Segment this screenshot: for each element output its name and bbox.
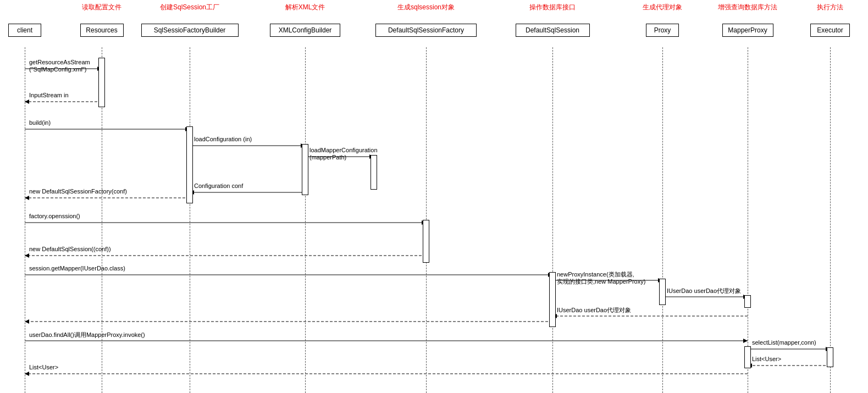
msg-label-12: IUserDao userDao代理对象 (557, 306, 631, 314)
msg-label-16: List<User> (752, 356, 781, 362)
lifeline-sqlSessionFactoryBuilder (190, 47, 190, 393)
actor-top-label-sqlSessionFactoryBuilder: 创建SqlSession工厂 (157, 3, 223, 12)
activation-2 (302, 144, 308, 195)
activation-6 (659, 279, 666, 305)
sequence-diagram: 读取配置文件创建SqlSession工厂解析XML文件生成sqlsession对… (0, 0, 868, 393)
actor-executor: Executor (810, 24, 850, 37)
actor-mapperProxy: MapperProxy (722, 24, 773, 37)
activation-7 (744, 295, 751, 308)
lifeline-proxy (662, 47, 663, 393)
actor-top-label-defaultSqlSessionFactory: 生成sqlsession对象 (393, 3, 459, 12)
msg-label-3: loadConfiguration (in) (194, 136, 252, 142)
lifeline-executor (830, 47, 831, 393)
actor-resources: Resources (80, 24, 124, 37)
actor-sqlSessionFactoryBuilder: SqlSessioFactoryBuilder (141, 24, 239, 37)
lifeline-client (25, 47, 25, 393)
lifeline-defaultSqlSession (552, 47, 553, 393)
activation-1 (186, 126, 193, 203)
activation-0 (98, 58, 105, 107)
lifeline-xmlConfigBuilder (305, 47, 306, 393)
msg-label-7: factory.openssion() (29, 213, 80, 219)
actor-top-label-proxy: 生成代理对象 (629, 3, 695, 12)
msg-label2-4: (mapperPath) (309, 154, 346, 160)
msg-label2-0: ("SqlMapConfig.xml") (29, 66, 86, 73)
msg-label-17: List<User> (29, 364, 58, 370)
msg-label-0: getResourceAsStream (29, 59, 90, 65)
actor-proxy: Proxy (646, 24, 679, 37)
msg-label-11: IUserDao userDao代理对象 (667, 287, 741, 295)
actor-top-label-xmlConfigBuilder: 解析XML文件 (272, 3, 338, 12)
actor-top-label-executor: 执行方法 (797, 3, 863, 12)
msg-label2-10: 实现的接口类,new MapperProxy) (557, 278, 645, 286)
activation-8 (744, 346, 751, 368)
actor-client: client (8, 24, 41, 37)
msg-label-1: InputStream in (29, 92, 69, 98)
msg-label-14: userDao.findAll()调用MapperProxy.invoke() (29, 331, 145, 339)
actor-top-label-resources: 读取配置文件 (69, 3, 135, 12)
activation-3 (371, 155, 377, 190)
msg-label-8: new DefaultSqlSession((conf)) (29, 246, 111, 252)
actor-top-label-defaultSqlSession: 操作数据库接口 (519, 3, 585, 12)
actor-defaultSqlSession: DefaultSqlSession (516, 24, 590, 37)
lifeline-mapperProxy (748, 47, 748, 393)
msg-label-5: Configuration conf (194, 182, 243, 189)
msg-label-4: loadMapperConfiguration (309, 147, 378, 153)
activation-5 (549, 272, 556, 327)
msg-label-9: session.getMapper(IUserDao.class) (29, 265, 125, 272)
actor-defaultSqlSessionFactory: DefaultSqlSessionFactory (375, 24, 477, 37)
msg-label-15: selectList(mapper,conn) (752, 339, 816, 346)
msg-label-2: build(in) (29, 119, 51, 126)
activation-4 (423, 220, 429, 263)
actor-top-label-mapperProxy: 增强查询数据库方法 (715, 3, 781, 12)
actor-xmlConfigBuilder: XMLConfigBuilder (270, 24, 340, 37)
msg-label-6: new DefaultSqlSessionFactory(conf) (29, 188, 127, 195)
activation-9 (827, 347, 833, 367)
